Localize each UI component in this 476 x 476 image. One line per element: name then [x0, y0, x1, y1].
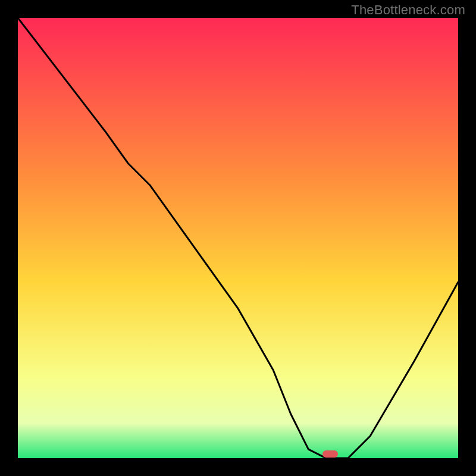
- watermark-text: TheBottleneck.com: [351, 2, 465, 18]
- bottleneck-chart: [18, 18, 458, 458]
- optimal-marker: [322, 450, 338, 458]
- chart-frame: TheBottleneck.com: [0, 0, 476, 476]
- gradient-background: [18, 18, 458, 458]
